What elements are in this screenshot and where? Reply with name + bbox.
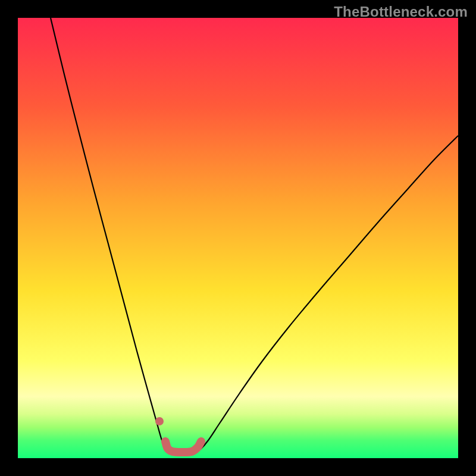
curve-layer: [18, 18, 458, 458]
floor-marker-dot: [155, 417, 164, 425]
chart-frame: TheBottleneck.com: [0, 0, 476, 476]
gradient-background: [18, 18, 458, 458]
watermark-text: TheBottleneck.com: [334, 4, 468, 20]
plot-area: [18, 18, 458, 458]
